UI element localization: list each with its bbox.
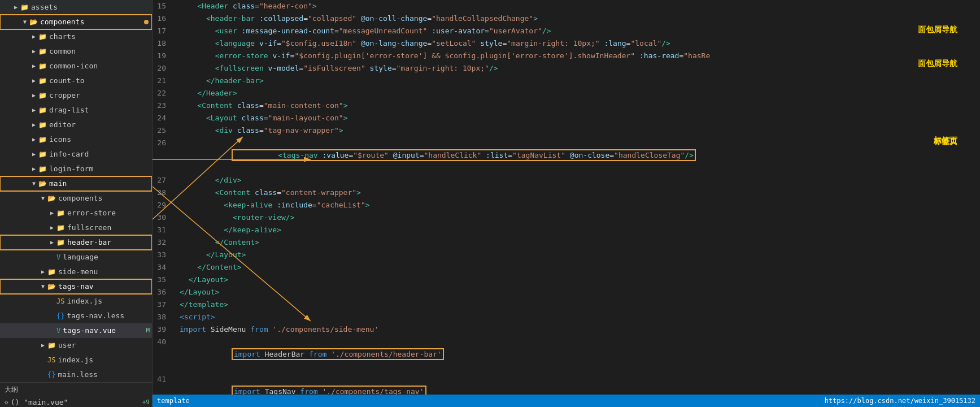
line-number: 26 xyxy=(153,137,175,174)
folder-icon: 📁 xyxy=(38,148,47,161)
tree-item-login-form[interactable]: ▶ 📁 login-form xyxy=(0,162,152,176)
less-file-icon: {} xyxy=(47,369,55,381)
line-number: 39 xyxy=(153,323,175,336)
chevron-down-icon: ▼ xyxy=(38,192,47,205)
main-editor: 15 <Header class="header-con"> 16 <heade… xyxy=(153,0,980,407)
table-row: 31 </keep-alive> xyxy=(153,224,980,236)
line-content[interactable]: <fullscreen v-model="isFullscreen" style… xyxy=(175,62,980,75)
table-row: 29 <keep-alive :include="cacheList"> xyxy=(153,199,980,211)
table-row: 32 </Content> xyxy=(153,236,980,249)
folder-open-icon: 📂 xyxy=(38,177,47,190)
line-number: 28 xyxy=(153,187,175,199)
line-content[interactable]: </Header> xyxy=(175,87,980,99)
line-content[interactable]: </Content> xyxy=(175,261,980,274)
tree-item-main-components[interactable]: ▼ 📂 components xyxy=(0,191,152,206)
file-tree: ▶ 📁 assets ▼ 📂 components ▶ 📁 charts ▶ 📁… xyxy=(0,0,152,382)
line-content[interactable]: <error-store v-if="$config.plugin['error… xyxy=(175,50,980,62)
tree-item-charts[interactable]: ▶ 📁 charts xyxy=(0,29,152,44)
tree-label: tags-nav.less xyxy=(67,310,124,322)
tree-label: index.js xyxy=(67,295,102,308)
line-content[interactable]: <Header class="header-con"> xyxy=(175,0,980,12)
outline-item-main-vue[interactable]: ◇ () "main.vue" +9 xyxy=(0,397,152,407)
folder-icon: 📁 xyxy=(38,75,47,87)
line-content[interactable]: <script> xyxy=(175,311,980,323)
line-number: 18 xyxy=(153,37,175,50)
tree-item-drag-list[interactable]: ▶ 📁 drag-list xyxy=(0,103,152,118)
line-content[interactable]: import SideMenu from './components/side-… xyxy=(175,323,980,336)
tree-item-count-to[interactable]: ▶ 📁 count-to xyxy=(0,73,152,88)
table-row: 25 <div class="tag-nav-wrapper"> xyxy=(153,124,980,137)
modified-badge: M xyxy=(146,324,150,337)
line-content[interactable]: <Content class="content-wrapper"> xyxy=(175,187,980,199)
line-content[interactable]: <language v-if="$config.useI18n" @on-lan… xyxy=(175,37,980,50)
folder-icon: 📁 xyxy=(20,1,29,14)
tree-label: assets xyxy=(31,1,58,14)
line-content[interactable]: <Layout class="main-layout-con"> xyxy=(175,112,980,124)
line-content[interactable]: </div> xyxy=(175,174,980,187)
tree-item-header-bar[interactable]: ▶ 📁 header-bar xyxy=(0,235,152,250)
line-content[interactable]: </Content> xyxy=(175,236,980,249)
line-content[interactable]: <div class="tag-nav-wrapper"> xyxy=(175,124,980,137)
line-content[interactable]: import TagsNav from './components/tags-n… xyxy=(175,373,980,395)
less-file-icon: {} xyxy=(56,310,64,322)
line-content[interactable]: </keep-alive> xyxy=(175,224,980,236)
tree-item-main-less[interactable]: {} main.less xyxy=(0,367,152,382)
chevron-right-icon: ▶ xyxy=(29,163,38,175)
tree-item-components[interactable]: ▼ 📂 components xyxy=(0,15,152,29)
tree-item-main[interactable]: ▼ 📂 main xyxy=(0,176,152,191)
line-number: 29 xyxy=(153,199,175,211)
line-content[interactable]: <header-bar :collapsed="collapsed" @on-c… xyxy=(175,12,980,25)
line-content[interactable]: </Layout> xyxy=(175,274,980,286)
function-icon: ◇ xyxy=(5,399,8,406)
line-content[interactable]: <tags-nav :value="$route" @input="handle… xyxy=(175,137,980,174)
line-content[interactable]: </Layout> xyxy=(175,286,980,298)
tree-item-side-menu[interactable]: ▶ 📁 side-menu xyxy=(0,265,152,279)
tree-item-tags-nav-less[interactable]: {} tags-nav.less xyxy=(0,309,152,323)
line-content[interactable]: <user :message-unread-count="messageUnre… xyxy=(175,25,980,37)
line-number: 38 xyxy=(153,311,175,323)
chevron-right-icon: ▶ xyxy=(29,148,38,161)
line-content[interactable]: import HeaderBar from './components/head… xyxy=(175,336,980,373)
table-row: 40 import HeaderBar from './components/h… xyxy=(153,336,980,373)
tree-item-icons[interactable]: ▶ 📁 icons xyxy=(0,132,152,147)
tree-item-cropper[interactable]: ▶ 📁 cropper xyxy=(0,88,152,103)
line-content[interactable]: <Content class="main-content-con"> xyxy=(175,99,980,112)
folder-icon: 📁 xyxy=(56,207,65,219)
chevron-right-icon: ▶ xyxy=(29,104,38,116)
tree-item-tags-nav-index[interactable]: JS index.js xyxy=(0,294,152,309)
line-number: 16 xyxy=(153,12,175,25)
tree-item-language[interactable]: V language xyxy=(0,250,152,265)
line-number: 21 xyxy=(153,75,175,87)
line-number: 25 xyxy=(153,124,175,137)
table-row: 19 <error-store v-if="$config.plugin['er… xyxy=(153,50,980,62)
tree-item-info-card[interactable]: ▶ 📁 info-card xyxy=(0,147,152,162)
outline-section-label: 大纲 xyxy=(5,386,18,393)
tree-item-user[interactable]: ▶ 📁 user xyxy=(0,338,152,353)
chevron-right-icon: ▶ xyxy=(38,339,47,352)
tree-item-common-icon[interactable]: ▶ 📁 common-icon xyxy=(0,59,152,73)
line-content[interactable]: <keep-alive :include="cacheList"> xyxy=(175,199,980,211)
tree-item-common[interactable]: ▶ 📁 common xyxy=(0,44,152,59)
tree-item-tags-nav[interactable]: ▼ 📂 tags-nav xyxy=(0,279,152,294)
bottom-template-label: template xyxy=(157,397,190,405)
line-number: 32 xyxy=(153,236,175,249)
tree-item-assets[interactable]: ▶ 📁 assets xyxy=(0,0,152,15)
tree-item-fullscreen[interactable]: ▶ 📁 fullscreen xyxy=(0,220,152,235)
line-number: 33 xyxy=(153,249,175,261)
tree-label: icons xyxy=(49,133,71,146)
line-content[interactable]: </header-bar> xyxy=(175,75,980,87)
folder-icon: 📁 xyxy=(47,266,56,278)
code-editor[interactable]: 15 <Header class="header-con"> 16 <heade… xyxy=(153,0,980,395)
tree-item-index-js[interactable]: JS index.js xyxy=(0,353,152,367)
tree-item-editor[interactable]: ▶ 📁 editor xyxy=(0,118,152,132)
line-content[interactable]: </Layout> xyxy=(175,249,980,261)
outline-section-header[interactable]: 大纲 xyxy=(0,382,152,397)
line-content[interactable]: </template> xyxy=(175,298,980,311)
dot-indicator xyxy=(144,20,149,24)
line-content[interactable]: <router-view/> xyxy=(175,211,980,224)
table-row: 37 </template> xyxy=(153,298,980,311)
tree-item-error-store[interactable]: ▶ 📁 error-store xyxy=(0,206,152,220)
line-number: 17 xyxy=(153,25,175,37)
tree-label: login-form xyxy=(49,163,93,175)
tree-item-tags-nav-vue[interactable]: V tags-nav.vue M xyxy=(0,323,152,338)
